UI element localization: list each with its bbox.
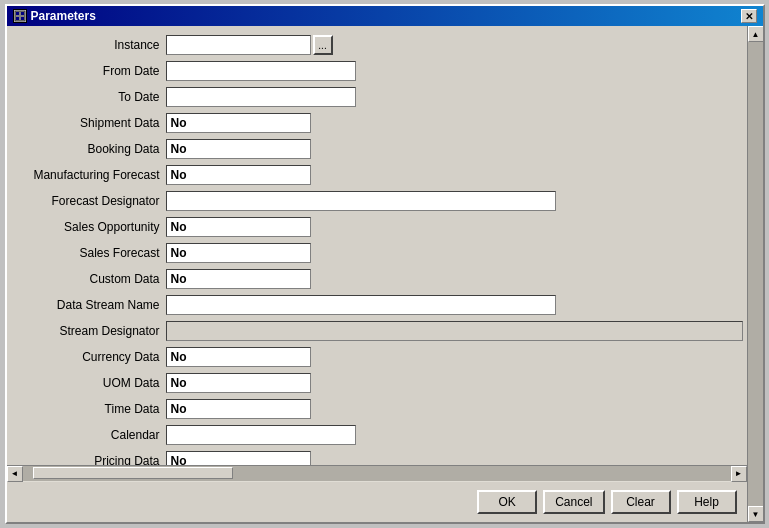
param-row: UOM DataNo <box>11 372 743 394</box>
param-label: From Date <box>11 64 166 78</box>
param-row: Time DataNo <box>11 398 743 420</box>
param-label: Shipment Data <box>11 116 166 130</box>
param-row: Shipment DataNo <box>11 112 743 134</box>
param-input[interactable] <box>166 61 356 81</box>
param-no-value[interactable]: No <box>166 165 311 185</box>
content-area: Instance...From DateTo DateShipment Data… <box>7 26 763 522</box>
param-input[interactable] <box>166 425 356 445</box>
param-no-value[interactable]: No <box>166 347 311 367</box>
param-label: Sales Forecast <box>11 246 166 260</box>
title-bar: Parameters ✕ <box>7 6 763 26</box>
close-button[interactable]: ✕ <box>741 9 757 23</box>
param-row: Calendar <box>11 424 743 446</box>
param-readonly <box>166 321 743 341</box>
param-label: To Date <box>11 90 166 104</box>
param-label: Stream Designator <box>11 324 166 338</box>
dialog-title: Parameters <box>31 9 96 23</box>
param-row: To Date <box>11 86 743 108</box>
param-label: Calendar <box>11 428 166 442</box>
param-label: Forecast Designator <box>11 194 166 208</box>
help-button[interactable]: Help <box>677 490 737 514</box>
param-label: Pricing Data <box>11 454 166 465</box>
param-label: Data Stream Name <box>11 298 166 312</box>
param-no-value[interactable]: No <box>166 269 311 289</box>
horizontal-scrollbar[interactable]: ◄ ► <box>7 465 747 481</box>
instance-row: ... <box>166 35 333 55</box>
param-row: Custom DataNo <box>11 268 743 290</box>
param-no-value[interactable]: No <box>166 139 311 159</box>
param-label: Custom Data <box>11 272 166 286</box>
param-row: Instance... <box>11 34 743 56</box>
clear-button[interactable]: Clear <box>611 490 671 514</box>
param-row: Booking DataNo <box>11 138 743 160</box>
param-label: Instance <box>11 38 166 52</box>
param-row: From Date <box>11 60 743 82</box>
param-no-value[interactable]: No <box>166 373 311 393</box>
hscroll-track[interactable] <box>23 466 731 481</box>
param-label: Currency Data <box>11 350 166 364</box>
bottom-area: ◄ ► OK Cancel Clear Help <box>7 465 747 522</box>
param-no-value[interactable]: No <box>166 113 311 133</box>
hscroll-left-button[interactable]: ◄ <box>7 466 23 482</box>
browse-button[interactable]: ... <box>313 35 333 55</box>
param-row: Currency DataNo <box>11 346 743 368</box>
param-input[interactable] <box>166 295 556 315</box>
param-label: Sales Opportunity <box>11 220 166 234</box>
scroll-area[interactable]: Instance...From DateTo DateShipment Data… <box>7 26 747 465</box>
cancel-button[interactable]: Cancel <box>543 490 604 514</box>
vscroll-down-button[interactable]: ▼ <box>748 506 763 522</box>
main-content: Instance...From DateTo DateShipment Data… <box>7 26 747 522</box>
hscroll-right-button[interactable]: ► <box>731 466 747 482</box>
param-no-value[interactable]: No <box>166 217 311 237</box>
param-input[interactable] <box>166 191 556 211</box>
parameters-dialog: Parameters ✕ Instance...From DateTo Date… <box>5 4 765 524</box>
svg-rect-2 <box>16 17 19 20</box>
vertical-scrollbar[interactable]: ▲ ▼ <box>747 26 763 522</box>
dialog-icon <box>13 9 27 23</box>
ok-button[interactable]: OK <box>477 490 537 514</box>
param-row: Data Stream Name <box>11 294 743 316</box>
vscroll-track[interactable] <box>748 42 763 506</box>
svg-rect-3 <box>21 12 24 15</box>
param-row: Forecast Designator <box>11 190 743 212</box>
param-row: Sales ForecastNo <box>11 242 743 264</box>
param-no-value[interactable]: No <box>166 399 311 419</box>
hscroll-thumb[interactable] <box>33 467 233 479</box>
param-label: Booking Data <box>11 142 166 156</box>
param-label: UOM Data <box>11 376 166 390</box>
param-no-value[interactable]: No <box>166 451 311 465</box>
param-label: Manufacturing Forecast <box>11 168 166 182</box>
param-row: Pricing DataNo <box>11 450 743 465</box>
svg-rect-1 <box>16 12 19 15</box>
param-no-value[interactable]: No <box>166 243 311 263</box>
instance-input[interactable] <box>166 35 311 55</box>
param-row: Manufacturing ForecastNo <box>11 164 743 186</box>
param-label: Time Data <box>11 402 166 416</box>
vscroll-up-button[interactable]: ▲ <box>748 26 763 42</box>
param-row: Stream Designator <box>11 320 743 342</box>
button-bar: OK Cancel Clear Help <box>7 481 747 522</box>
title-bar-left: Parameters <box>13 9 96 23</box>
param-input[interactable] <box>166 87 356 107</box>
svg-rect-4 <box>21 17 24 20</box>
rows-container: Instance...From DateTo DateShipment Data… <box>11 34 743 465</box>
param-row: Sales OpportunityNo <box>11 216 743 238</box>
